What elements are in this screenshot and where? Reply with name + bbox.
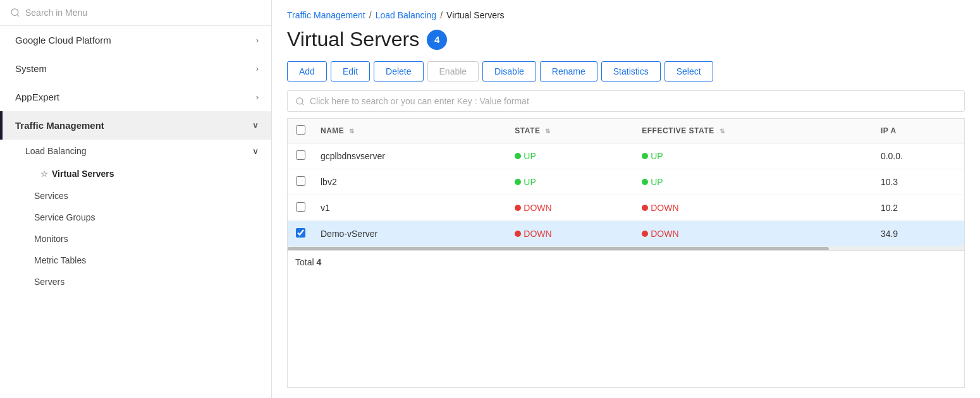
row-checkbox[interactable] bbox=[296, 176, 305, 186]
table-row[interactable]: lbv2UPUP10.3 bbox=[288, 169, 964, 195]
breadcrumb-current: Virtual Servers bbox=[446, 10, 505, 20]
star-icon: ☆ bbox=[40, 169, 48, 179]
scrollbar-thumb[interactable] bbox=[288, 247, 829, 250]
svg-point-0 bbox=[11, 9, 18, 16]
sidebar-item-label: AppExpert bbox=[15, 92, 59, 102]
sidebar-item-service-groups[interactable]: Service Groups bbox=[0, 207, 271, 228]
sidebar-item-label: Google Cloud Platform bbox=[15, 35, 111, 45]
effective-state-text: UP bbox=[651, 177, 663, 187]
status-up-icon bbox=[515, 153, 521, 159]
sidebar-item-google-cloud[interactable]: Google Cloud Platform › bbox=[0, 26, 271, 54]
effective-state-text: DOWN bbox=[651, 203, 678, 213]
header-effective-state[interactable]: EFFECTIVE STATE ⇅ bbox=[634, 119, 873, 143]
row-name: Demo-vServer bbox=[313, 221, 507, 247]
sidebar-item-traffic-management[interactable]: Traffic Management ∨ bbox=[0, 111, 271, 140]
sidebar-subitem-label: Load Balancing bbox=[25, 146, 87, 156]
state-text: DOWN bbox=[524, 203, 551, 213]
main-content: Traffic Management / Load Balancing / Vi… bbox=[272, 0, 980, 398]
sidebar-item-system[interactable]: System › bbox=[0, 54, 271, 83]
row-state: UP bbox=[507, 143, 634, 169]
header-state[interactable]: STATE ⇅ bbox=[507, 119, 634, 143]
table-row[interactable]: v1DOWNDOWN10.2 bbox=[288, 195, 964, 221]
row-effective-state: UP bbox=[634, 169, 873, 195]
page-title: Virtual Servers bbox=[287, 28, 419, 51]
status-down-icon bbox=[642, 205, 648, 211]
page-header: Virtual Servers 4 bbox=[287, 28, 965, 51]
chevron-down-icon: ∨ bbox=[252, 121, 259, 130]
row-name: v1 bbox=[313, 195, 507, 221]
row-name: gcplbdnsvserver bbox=[313, 143, 507, 169]
rename-button[interactable]: Rename bbox=[540, 61, 597, 81]
sidebar-item-label: Traffic Management bbox=[15, 120, 104, 131]
row-ip: 10.2 bbox=[873, 195, 964, 221]
delete-button[interactable]: Delete bbox=[374, 61, 423, 81]
row-name: lbv2 bbox=[313, 169, 507, 195]
sidebar-subitem-label: Service Groups bbox=[34, 212, 95, 222]
breadcrumb: Traffic Management / Load Balancing / Vi… bbox=[287, 10, 965, 20]
header-ip: IP A bbox=[873, 119, 964, 143]
status-down-icon bbox=[515, 205, 521, 211]
search-icon bbox=[10, 8, 20, 18]
sidebar-item-monitors[interactable]: Monitors bbox=[0, 228, 271, 250]
row-checkbox-cell bbox=[288, 195, 313, 221]
status-down-icon bbox=[515, 231, 521, 237]
row-checkbox[interactable] bbox=[296, 228, 305, 238]
row-state: DOWN bbox=[507, 221, 634, 247]
sidebar-search[interactable]: Search in Menu bbox=[0, 0, 271, 26]
sidebar-item-appexpert[interactable]: AppExpert › bbox=[0, 83, 271, 111]
sidebar-item-virtual-servers[interactable]: ☆ Virtual Servers bbox=[0, 162, 271, 185]
sidebar-subitem-label: Services bbox=[34, 191, 68, 201]
scrollbar[interactable] bbox=[288, 247, 964, 250]
header-checkbox-cell bbox=[288, 119, 313, 143]
state-text: UP bbox=[524, 177, 536, 187]
row-checkbox[interactable] bbox=[296, 202, 305, 212]
statistics-button[interactable]: Statistics bbox=[601, 61, 661, 81]
sort-icon: ⇅ bbox=[720, 128, 725, 135]
state-text: UP bbox=[524, 151, 536, 161]
total-row: Total 4 bbox=[288, 250, 964, 274]
chevron-right-icon: › bbox=[256, 92, 259, 102]
sidebar-subitem-label: Metric Tables bbox=[34, 255, 86, 265]
effective-state-text: DOWN bbox=[651, 229, 678, 239]
sidebar: Search in Menu Google Cloud Platform › S… bbox=[0, 0, 272, 398]
row-ip: 34.9 bbox=[873, 221, 964, 247]
row-effective-state: DOWN bbox=[634, 221, 873, 247]
row-state: UP bbox=[507, 169, 634, 195]
row-checkbox-cell bbox=[288, 169, 313, 195]
total-count: 4 bbox=[316, 257, 321, 267]
sidebar-item-metric-tables[interactable]: Metric Tables bbox=[0, 250, 271, 271]
select-button[interactable]: Select bbox=[665, 61, 713, 81]
sidebar-item-load-balancing[interactable]: Load Balancing ∨ bbox=[0, 140, 271, 162]
virtual-servers-table: NAME ⇅ STATE ⇅ EFFECTIVE STATE ⇅ IP A bbox=[287, 118, 965, 388]
svg-line-1 bbox=[17, 15, 19, 16]
row-effective-state: UP bbox=[634, 143, 873, 169]
sidebar-search-placeholder: Search in Menu bbox=[25, 8, 87, 18]
breadcrumb-load-balancing[interactable]: Load Balancing bbox=[376, 10, 437, 20]
edit-button[interactable]: Edit bbox=[331, 61, 370, 81]
row-ip: 0.0.0. bbox=[873, 143, 964, 169]
sidebar-subitem-label: Virtual Servers bbox=[52, 169, 114, 179]
row-checkbox[interactable] bbox=[296, 150, 305, 160]
header-name[interactable]: NAME ⇅ bbox=[313, 119, 507, 143]
search-placeholder-text: Click here to search or you can enter Ke… bbox=[310, 96, 529, 106]
status-down-icon bbox=[642, 231, 648, 237]
select-all-checkbox[interactable] bbox=[296, 125, 305, 135]
table-search[interactable]: Click here to search or you can enter Ke… bbox=[287, 90, 965, 112]
table-row[interactable]: gcplbdnsvserverUPUP0.0.0. bbox=[288, 143, 964, 169]
sidebar-item-services[interactable]: Services bbox=[0, 185, 271, 207]
row-state: DOWN bbox=[507, 195, 634, 221]
row-effective-state: DOWN bbox=[634, 195, 873, 221]
disable-button[interactable]: Disable bbox=[482, 61, 536, 81]
breadcrumb-sep-2: / bbox=[440, 10, 443, 20]
effective-state-text: UP bbox=[651, 151, 663, 161]
row-checkbox-cell bbox=[288, 143, 313, 169]
breadcrumb-traffic-management[interactable]: Traffic Management bbox=[287, 10, 365, 20]
add-button[interactable]: Add bbox=[287, 61, 327, 81]
status-up-icon bbox=[642, 179, 648, 185]
toolbar: Add Edit Delete Enable Disable Rename St… bbox=[287, 61, 965, 81]
sidebar-item-servers[interactable]: Servers bbox=[0, 271, 271, 292]
table-row[interactable]: Demo-vServerDOWNDOWN34.9 bbox=[288, 221, 964, 247]
sidebar-subitem-label: Servers bbox=[34, 277, 64, 287]
breadcrumb-sep-1: / bbox=[369, 10, 372, 20]
chevron-down-icon: ∨ bbox=[252, 146, 259, 156]
